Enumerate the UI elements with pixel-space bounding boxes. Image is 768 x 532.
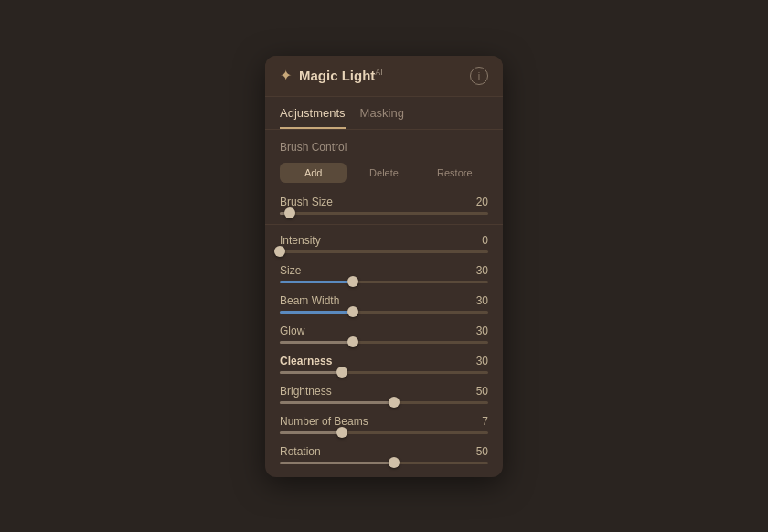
rotation-fill bbox=[280, 462, 394, 464]
intensity-track[interactable] bbox=[280, 250, 488, 253]
size-fill bbox=[280, 281, 353, 283]
brightness-slider-row: Brightness 50 bbox=[265, 379, 503, 410]
beam-width-value: 30 bbox=[476, 294, 488, 307]
size-slider-row: Size 30 bbox=[265, 259, 503, 289]
clearness-slider-row: Clearness 30 bbox=[265, 349, 503, 379]
brightness-track[interactable] bbox=[280, 401, 488, 404]
divider-1 bbox=[265, 224, 503, 225]
num-beams-thumb[interactable] bbox=[336, 427, 347, 438]
intensity-slider-row: Intensity 0 bbox=[265, 229, 503, 259]
panel-header: ✦ Magic LightAI i bbox=[265, 56, 503, 97]
beam-width-fill bbox=[280, 311, 353, 314]
brush-size-value: 20 bbox=[476, 196, 488, 208]
glow-fill bbox=[280, 341, 353, 344]
panel-content: Brush Control Add Delete Restore Brush S… bbox=[265, 130, 503, 477]
magic-light-icon: ✦ bbox=[280, 67, 292, 84]
num-beams-label: Number of Beams bbox=[280, 415, 368, 428]
beam-width-slider-row: Beam Width 30 bbox=[265, 289, 503, 319]
intensity-thumb[interactable] bbox=[274, 246, 285, 257]
rotation-track[interactable] bbox=[280, 462, 488, 464]
num-beams-track[interactable] bbox=[280, 431, 488, 434]
clearness-value: 30 bbox=[476, 355, 488, 367]
beam-width-thumb[interactable] bbox=[347, 306, 358, 317]
brush-control-label: Brush Control bbox=[265, 130, 503, 159]
brush-restore-button[interactable]: Restore bbox=[421, 163, 488, 183]
intensity-label: Intensity bbox=[280, 234, 321, 247]
ai-badge: AI bbox=[375, 68, 383, 77]
tab-adjustments[interactable]: Adjustments bbox=[280, 106, 346, 129]
rotation-thumb[interactable] bbox=[389, 457, 400, 468]
info-button[interactable]: i bbox=[470, 67, 488, 85]
brush-size-label: Brush Size bbox=[280, 196, 333, 208]
rotation-value: 50 bbox=[476, 445, 488, 458]
brush-add-button[interactable]: Add bbox=[280, 163, 347, 183]
magic-light-panel: ✦ Magic LightAI i Adjustments Masking Br… bbox=[265, 56, 503, 477]
brightness-thumb[interactable] bbox=[389, 397, 400, 408]
glow-label: Glow bbox=[280, 325, 304, 337]
num-beams-value: 7 bbox=[482, 415, 488, 428]
brightness-fill bbox=[280, 401, 394, 404]
glow-value: 30 bbox=[476, 325, 488, 337]
intensity-value: 0 bbox=[482, 234, 488, 247]
glow-track[interactable] bbox=[280, 341, 488, 344]
title-group: ✦ Magic LightAI bbox=[280, 67, 383, 84]
num-beams-fill bbox=[280, 431, 342, 434]
glow-slider-row: Glow 30 bbox=[265, 319, 503, 349]
clearness-track[interactable] bbox=[280, 371, 488, 374]
glow-thumb[interactable] bbox=[347, 336, 358, 347]
size-label: Size bbox=[280, 264, 301, 277]
rotation-label: Rotation bbox=[280, 445, 321, 458]
brightness-label: Brightness bbox=[280, 385, 332, 398]
size-track[interactable] bbox=[280, 281, 488, 283]
brush-delete-button[interactable]: Delete bbox=[350, 163, 417, 183]
size-thumb[interactable] bbox=[347, 276, 358, 287]
brush-size-label-row: Brush Size 20 bbox=[280, 196, 488, 208]
num-beams-slider-row: Number of Beams 7 bbox=[265, 410, 503, 440]
beam-width-label: Beam Width bbox=[280, 294, 339, 307]
brush-size-thumb[interactable] bbox=[284, 207, 295, 218]
brush-size-slider-row: Brush Size 20 bbox=[265, 190, 503, 220]
rotation-slider-row: Rotation 50 bbox=[265, 440, 503, 477]
brush-control-buttons: Add Delete Restore bbox=[265, 159, 503, 190]
panel-title: Magic LightAI bbox=[299, 68, 383, 83]
brightness-value: 50 bbox=[476, 385, 488, 398]
clearness-label: Clearness bbox=[280, 355, 332, 367]
tab-masking[interactable]: Masking bbox=[360, 106, 404, 129]
clearness-thumb[interactable] bbox=[336, 367, 347, 378]
size-value: 30 bbox=[476, 264, 488, 277]
tab-bar: Adjustments Masking bbox=[265, 97, 503, 130]
beam-width-track[interactable] bbox=[280, 311, 488, 314]
brush-size-track[interactable] bbox=[280, 212, 488, 215]
clearness-fill bbox=[280, 371, 342, 374]
